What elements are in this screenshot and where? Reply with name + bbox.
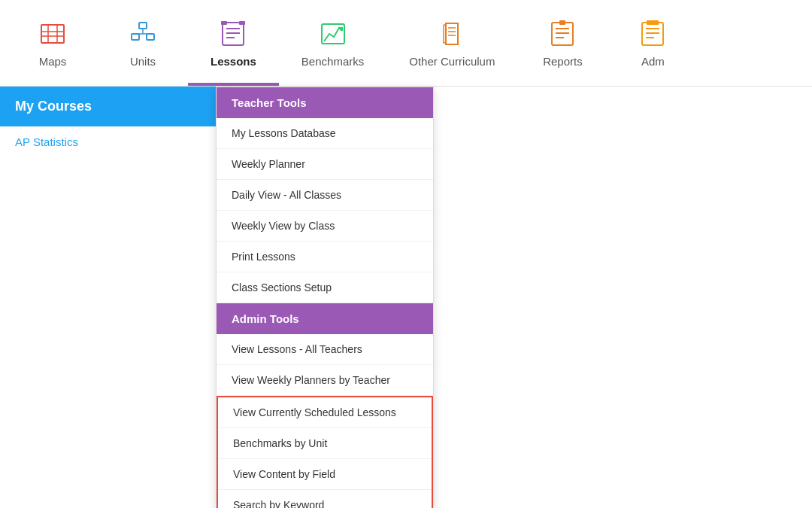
svg-rect-7 — [147, 34, 154, 40]
admin-icon — [638, 19, 668, 49]
dropdown-item-search-keyword[interactable]: Search by Keyword — [218, 490, 432, 508]
nav-item-reports[interactable]: Reports — [517, 0, 607, 86]
dropdown-item-daily-view[interactable]: Daily View - All Classes — [217, 180, 433, 211]
my-courses-label: My Courses — [15, 99, 92, 114]
nav-label-units: Units — [130, 55, 156, 68]
teacher-tools-header: Teacher Tools — [217, 87, 433, 118]
dropdown-item-my-lessons-db[interactable]: My Lessons Database — [217, 118, 433, 149]
top-nav: Maps Units Lessons — [0, 0, 812, 87]
dropdown-item-weekly-view-class[interactable]: Weekly View by Class — [217, 211, 433, 242]
highlighted-group: View Currently Scheduled Lessons Benchma… — [217, 396, 433, 508]
lessons-dropdown: Teacher Tools My Lessons Database Weekly… — [216, 87, 434, 508]
nav-label-benchmarks: Benchmarks — [301, 55, 364, 68]
reports-icon — [547, 19, 577, 49]
admin-tools-header: Admin Tools — [217, 303, 433, 334]
dropdown-item-view-weekly-planners[interactable]: View Weekly Planners by Teacher — [217, 365, 433, 396]
dropdown-item-view-scheduled[interactable]: View Currently Scheduled Lessons — [218, 397, 432, 428]
svg-rect-15 — [239, 21, 245, 25]
svg-rect-29 — [647, 20, 659, 25]
my-courses-header: My Courses — [0, 87, 217, 126]
map-icon — [38, 19, 68, 49]
dropdown-item-view-lessons-all[interactable]: View Lessons - All Teachers — [217, 334, 433, 365]
nav-label-lessons: Lessons — [211, 55, 256, 68]
dropdown-item-view-content-field[interactable]: View Content by Field — [218, 459, 432, 490]
nav-label-maps: Maps — [39, 55, 67, 68]
nav-label-reports: Reports — [543, 55, 583, 68]
nav-item-lessons[interactable]: Lessons — [188, 0, 279, 86]
sidebar: My Courses AP Statistics — [0, 87, 218, 508]
nav-item-maps[interactable]: Maps — [8, 0, 98, 86]
dropdown-item-weekly-planner[interactable]: Weekly Planner — [217, 149, 433, 180]
lessons-icon — [218, 19, 248, 49]
dropdown-item-class-sections[interactable]: Class Sections Setup — [217, 272, 433, 303]
ap-statistics-link[interactable]: AP Statistics — [0, 126, 217, 157]
nav-item-benchmarks[interactable]: Benchmarks — [279, 0, 386, 86]
dropdown-item-print-lessons[interactable]: Print Lessons — [217, 242, 433, 272]
main-content: My Courses AP Statistics Welcome to Curr… — [0, 87, 812, 508]
units-icon — [128, 19, 158, 49]
benchmarks-icon — [318, 19, 348, 49]
nav-label-other-curriculum: Other Curriculum — [409, 55, 495, 68]
svg-rect-0 — [41, 25, 64, 43]
nav-item-units[interactable]: Units — [98, 0, 188, 86]
svg-rect-14 — [221, 21, 227, 25]
nav-item-admin[interactable]: Adm — [607, 0, 698, 86]
svg-rect-24 — [559, 20, 565, 25]
svg-rect-5 — [139, 23, 147, 29]
svg-rect-6 — [132, 34, 139, 40]
nav-label-admin: Adm — [641, 55, 665, 68]
other-curriculum-icon — [437, 19, 467, 49]
nav-item-other-curriculum[interactable]: Other Curriculum — [386, 0, 517, 86]
dropdown-item-benchmarks-by-unit[interactable]: Benchmarks by Unit — [218, 428, 432, 459]
